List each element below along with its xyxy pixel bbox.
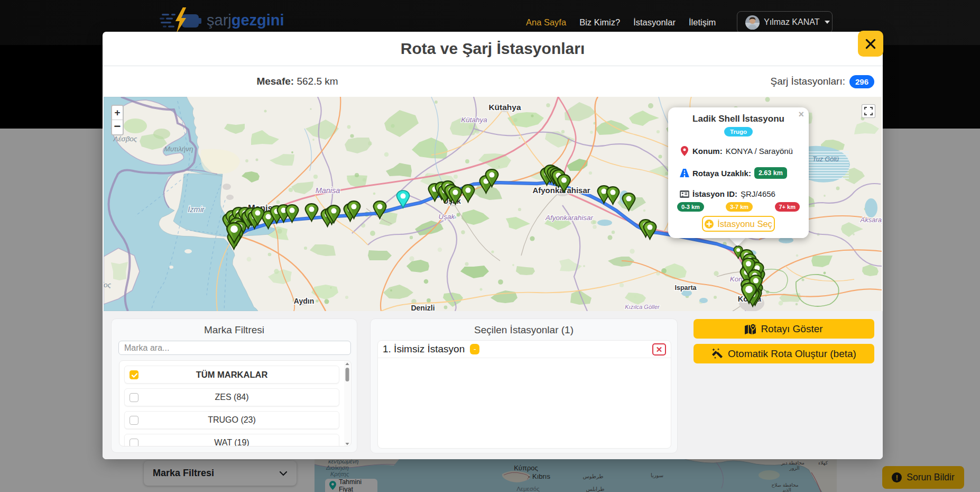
svg-text:Kütahya: Kütahya: [461, 116, 487, 124]
svg-text:Μυτιλήνη: Μυτιλήνη: [164, 145, 193, 153]
svg-text:Tuz Gölü: Tuz Gölü: [812, 156, 839, 163]
svg-text:Χίος: Χίος: [104, 281, 112, 289]
svg-text:Kızılca Göller: Kızılca Göller: [625, 304, 660, 310]
svg-text:Isparta: Isparta: [675, 284, 697, 291]
svg-text:Aksaray: Aksaray: [860, 216, 882, 224]
svg-text:Aydın: Aydın: [294, 297, 314, 305]
svg-text:Uşak: Uşak: [439, 213, 456, 221]
svg-text:Manisa: Manisa: [316, 186, 340, 195]
svg-text:İzmir: İzmir: [188, 205, 205, 214]
svg-text:Afyonkarahisar: Afyonkarahisar: [545, 214, 594, 222]
svg-text:Kütahya: Kütahya: [488, 103, 521, 112]
svg-text:Denizli: Denizli: [411, 304, 434, 311]
svg-text:Λέσβος: Λέσβος: [113, 135, 137, 143]
